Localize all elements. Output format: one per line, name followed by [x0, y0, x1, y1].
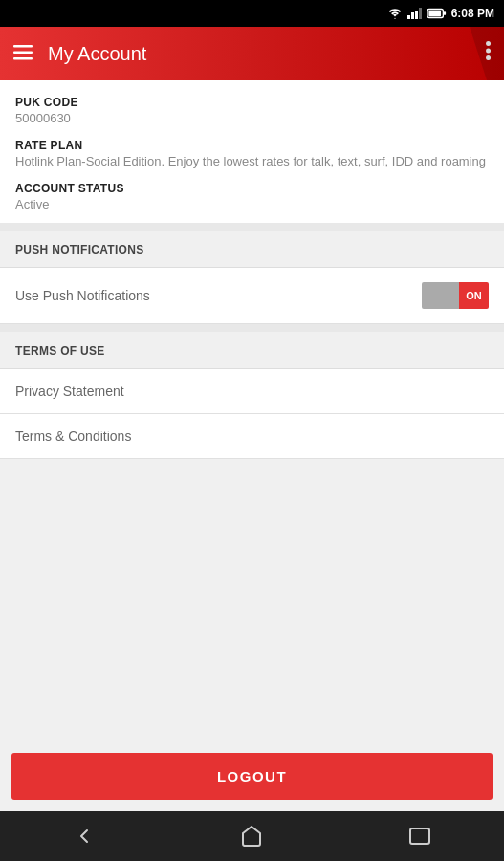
- svg-rect-1: [411, 12, 414, 19]
- svg-point-12: [486, 55, 491, 60]
- toggle-on: ON: [459, 282, 489, 309]
- terms-conditions-label: Terms & Conditions: [15, 429, 131, 444]
- divider-1: [0, 223, 504, 231]
- svg-rect-7: [13, 45, 33, 48]
- divider-2: [0, 324, 504, 332]
- bottom-area: LOGOUT: [0, 741, 504, 811]
- push-notifications-toggle-item[interactable]: Use Push Notifications ON: [0, 268, 504, 324]
- battery-icon: [427, 8, 447, 19]
- spacer: [0, 459, 504, 741]
- recent-apps-button[interactable]: [401, 817, 439, 855]
- account-info-section: PUK CODE 50000630 RATE PLAN Hotlink Plan…: [0, 80, 504, 223]
- signal-icon: [407, 8, 423, 19]
- puk-code-label: PUK CODE: [15, 96, 489, 109]
- account-status-label: ACCOUNT STATUS: [15, 182, 489, 195]
- svg-rect-5: [443, 11, 445, 15]
- svg-rect-3: [419, 8, 422, 19]
- toggle-on-label: ON: [466, 290, 482, 301]
- svg-rect-6: [428, 11, 441, 16]
- logout-button[interactable]: LOGOUT: [11, 753, 493, 800]
- terms-header: TERMS OF USE: [0, 332, 504, 369]
- push-notifications-toggle[interactable]: ON: [422, 282, 489, 309]
- app-bar-title: My Account: [48, 43, 486, 65]
- terms-title: TERMS OF USE: [15, 344, 105, 358]
- app-bar: My Account: [0, 27, 504, 80]
- content-area: PUK CODE 50000630 RATE PLAN Hotlink Plan…: [0, 80, 504, 811]
- terms-of-use-section: TERMS OF USE Privacy Statement Terms & C…: [0, 332, 504, 459]
- terms-conditions-item[interactable]: Terms & Conditions: [0, 414, 504, 459]
- svg-rect-0: [407, 15, 410, 19]
- back-button[interactable]: [65, 817, 103, 855]
- toggle-track: ON: [422, 282, 489, 309]
- svg-rect-2: [415, 11, 418, 19]
- home-button[interactable]: [232, 817, 271, 855]
- svg-rect-9: [13, 57, 33, 60]
- puk-code-item: PUK CODE 50000630: [15, 96, 489, 125]
- status-bar: 6:08 PM: [0, 0, 504, 27]
- nav-bar: [0, 811, 504, 861]
- push-notifications-label: Use Push Notifications: [15, 288, 150, 303]
- rate-plan-value: Hotlink Plan-Social Edition. Enjoy the l…: [15, 154, 489, 168]
- account-status-item: ACCOUNT STATUS Active: [15, 182, 489, 211]
- push-notifications-section: PUSH NOTIFICATIONS Use Push Notification…: [0, 231, 504, 324]
- status-icons: 6:08 PM: [387, 7, 494, 20]
- account-status-value: Active: [15, 197, 489, 211]
- more-options-icon[interactable]: [486, 41, 491, 66]
- privacy-statement-label: Privacy Statement: [15, 384, 124, 399]
- svg-rect-8: [13, 51, 33, 54]
- svg-point-10: [486, 41, 491, 46]
- rate-plan-label: RATE PLAN: [15, 139, 489, 152]
- svg-rect-13: [410, 828, 429, 844]
- wifi-icon: [387, 8, 403, 19]
- svg-point-11: [486, 49, 491, 54]
- status-time: 6:08 PM: [451, 7, 494, 20]
- privacy-statement-item[interactable]: Privacy Statement: [0, 369, 504, 414]
- push-notifications-title: PUSH NOTIFICATIONS: [15, 243, 144, 256]
- hamburger-icon[interactable]: [13, 45, 33, 63]
- push-notifications-header: PUSH NOTIFICATIONS: [0, 231, 504, 268]
- rate-plan-item: RATE PLAN Hotlink Plan-Social Edition. E…: [15, 139, 489, 168]
- toggle-off: [422, 282, 459, 309]
- puk-code-value: 50000630: [15, 111, 489, 125]
